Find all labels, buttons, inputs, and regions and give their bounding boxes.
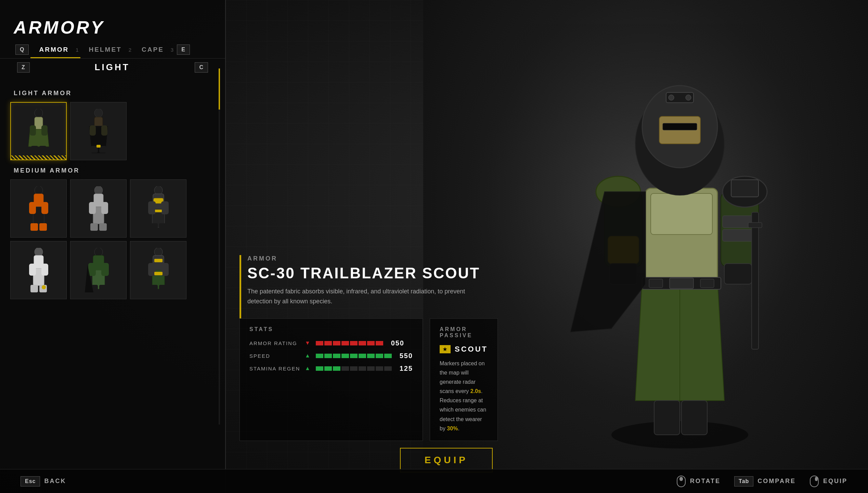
svg-point-80 <box>42 285 46 289</box>
pip <box>333 354 340 358</box>
back-label: BACK <box>44 478 66 485</box>
bottom-right: ROTATE Tab COMPARE EQUIP <box>676 475 847 488</box>
category-label: LIGHT <box>95 62 130 73</box>
svg-rect-61 <box>101 202 108 214</box>
tab-armor[interactable]: ARMOR 1 <box>30 41 80 58</box>
list-item[interactable] <box>130 179 186 238</box>
svg-rect-56 <box>39 223 47 231</box>
stat-row-armor-rating: ARMOR RATING ▼ 050 <box>249 339 413 347</box>
list-item[interactable] <box>10 241 67 299</box>
stat-label-armor-rating: ARMOR RATING <box>249 340 301 346</box>
passive-title: ARMOR PASSIVE <box>440 326 488 339</box>
medium-armor-grid <box>10 179 215 299</box>
svg-point-73 <box>35 248 43 256</box>
pip <box>324 341 332 345</box>
rotate-action[interactable]: ROTATE <box>676 475 721 488</box>
rotate-label: ROTATE <box>690 478 721 485</box>
list-item[interactable] <box>130 241 186 299</box>
compare-action[interactable]: Tab COMPARE <box>734 476 796 486</box>
back-action[interactable]: Esc BACK <box>21 476 66 486</box>
svg-rect-40 <box>31 146 38 153</box>
pip-empty <box>359 366 366 371</box>
stat-arrow-up-stamina: ▲ <box>305 365 312 371</box>
svg-rect-94 <box>150 285 158 292</box>
svg-rect-60 <box>89 202 96 214</box>
passive-badge: ★ <box>440 345 451 353</box>
tab-helmet-num: 2 <box>129 47 131 53</box>
scroll-thumb <box>219 68 220 110</box>
bottom-left: Esc BACK <box>21 476 66 486</box>
list-item[interactable] <box>70 241 127 299</box>
svg-rect-97 <box>154 272 163 275</box>
svg-point-35 <box>35 109 43 117</box>
tab-cape-label: CAPE <box>135 46 171 53</box>
tab-cape[interactable]: CAPE 3 <box>133 41 175 58</box>
next-category-key[interactable]: C <box>195 62 208 73</box>
passive-highlight-2: 30% <box>447 426 458 431</box>
page-title: ARMORY <box>0 10 225 41</box>
pip-empty <box>376 366 383 371</box>
svg-rect-77 <box>41 264 48 276</box>
pip <box>350 354 358 358</box>
svg-rect-11 <box>670 278 694 289</box>
category-navigation: Z LIGHT C <box>0 59 225 76</box>
svg-rect-53 <box>29 202 36 214</box>
svg-rect-13 <box>700 279 714 288</box>
pip-empty <box>341 366 349 371</box>
list-item[interactable] <box>10 179 67 238</box>
accent-bar <box>239 255 241 318</box>
item-card-inner <box>130 180 186 237</box>
stat-bar-armor-rating <box>316 341 383 345</box>
bottom-bar: Esc BACK ROTATE Tab COMPARE EQUIP <box>0 469 868 493</box>
list-item[interactable] <box>70 102 127 160</box>
svg-rect-25 <box>724 264 752 284</box>
svg-rect-9 <box>651 193 712 235</box>
item-card-inner <box>11 180 66 237</box>
tab-helmet[interactable]: HELMET 2 <box>80 41 133 58</box>
svg-rect-70 <box>150 223 158 231</box>
prev-category-key[interactable]: Z <box>17 62 30 73</box>
pip <box>384 354 392 358</box>
equip-action[interactable]: EQUIP <box>809 475 847 488</box>
list-item[interactable] <box>70 179 127 238</box>
item-text-content: ARMOR SC-30 TRAILBLAZER SCOUT The patent… <box>247 255 480 318</box>
svg-rect-101 <box>815 477 818 481</box>
light-armor-title: LIGHT ARMOR <box>10 90 215 97</box>
pip <box>341 354 349 358</box>
pip-empty <box>367 366 375 371</box>
passive-highlight-1: 2.0s <box>470 388 481 394</box>
pip <box>359 354 366 358</box>
svg-rect-6 <box>654 401 680 435</box>
stat-value-armor-rating: 050 <box>387 339 404 347</box>
key-hint-q[interactable]: Q <box>14 41 30 58</box>
pip <box>333 341 340 345</box>
items-container: LIGHT ARMOR <box>0 81 225 478</box>
stat-arrow-down: ▼ <box>305 340 312 346</box>
svg-rect-12 <box>649 279 663 288</box>
pip <box>367 341 375 345</box>
stat-bar-stamina <box>316 366 392 371</box>
light-armor-grid <box>10 102 215 160</box>
key-hint-e[interactable]: E <box>175 41 192 58</box>
svg-point-50 <box>35 186 43 195</box>
svg-rect-68 <box>148 201 156 214</box>
stat-arrow-up-speed: ▲ <box>305 353 312 359</box>
passive-section: ARMOR PASSIVE ★ SCOUT Markers placed on … <box>430 318 498 441</box>
svg-rect-76 <box>29 264 36 276</box>
svg-rect-39 <box>41 125 48 136</box>
stat-bar-speed <box>316 354 392 358</box>
pip <box>324 354 332 358</box>
svg-rect-46 <box>101 125 107 136</box>
svg-rect-45 <box>90 125 96 136</box>
pip-empty <box>350 366 358 371</box>
svg-rect-85 <box>101 263 109 276</box>
svg-rect-23 <box>752 212 759 349</box>
pip <box>341 341 349 345</box>
list-item[interactable] <box>10 102 67 160</box>
item-card-inner <box>130 241 186 299</box>
item-card-inner <box>11 241 66 299</box>
svg-rect-38 <box>30 125 36 136</box>
item-card-inner <box>70 102 126 160</box>
pip <box>316 366 323 371</box>
item-category-label: ARMOR <box>247 255 480 262</box>
